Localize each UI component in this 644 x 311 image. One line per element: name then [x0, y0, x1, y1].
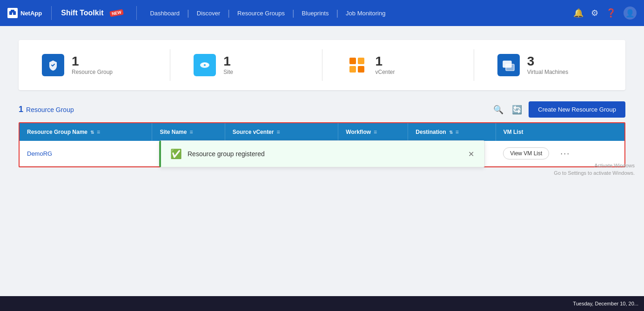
help-icon[interactable]: ❓: [606, 8, 616, 18]
filter-icon-dest: ≡: [456, 129, 459, 135]
svg-rect-2: [11, 10, 14, 13]
vcenter-label: vCenter: [376, 69, 395, 75]
nav-actions: 🔔 ⚙ ❓ 👤: [573, 7, 637, 20]
notification-bar: ✅ Resource group registered ✕: [159, 140, 485, 167]
summary-card: 1 Resource Group 1 Site: [19, 40, 625, 90]
search-button[interactable]: 🔍: [491, 103, 505, 117]
sort-icon-dest: ⇅: [449, 130, 453, 135]
table-header-row: Resource Group Name ⇅ ≡ Site Name ≡: [20, 123, 624, 141]
resource-group-icon-bg: [42, 54, 64, 76]
section-label: Resource Group: [26, 106, 74, 113]
view-vm-list-button[interactable]: View VM List: [503, 147, 549, 159]
th-source-vcenter[interactable]: Source vCenter ≡: [225, 123, 338, 141]
cell-rg-name: DemoRG: [20, 141, 152, 166]
section-title: 1 Resource Group: [19, 105, 74, 114]
filter-icon-workflow: ≡: [374, 129, 377, 135]
th-destination[interactable]: Destination ⇅ ≡: [408, 123, 496, 141]
summary-vcenter: 1 vCenter: [322, 49, 474, 81]
netapp-label: NetApp: [20, 10, 42, 17]
vm-text: 3 Virtual Machines: [527, 55, 569, 75]
nav-divider-1: [136, 6, 137, 20]
vcenter-count: 1: [376, 55, 395, 68]
filter-icon-vcenter: ≡: [276, 129, 280, 135]
vcenter-icon-bg: [346, 54, 368, 76]
svg-rect-6: [358, 58, 364, 64]
main-content: 1 Resource Group 1 Site: [0, 26, 644, 181]
navbar: NetApp Shift Toolkit NEW Dashboard | Dis…: [0, 0, 644, 26]
nav-job-monitoring[interactable]: Job Monitoring: [338, 10, 393, 17]
windows-line1: Activate Windows: [554, 162, 635, 169]
vm-icon-bg: [497, 54, 520, 76]
site-label: Site: [223, 69, 233, 75]
summary-resource-group: 1 Resource Group: [19, 49, 170, 81]
th-resource-group-name[interactable]: Resource Group Name ⇅ ≡: [20, 123, 152, 141]
refresh-button[interactable]: 🔄: [510, 103, 524, 117]
avatar-icon: 👤: [625, 9, 635, 18]
summary-site: 1 Site: [170, 49, 322, 81]
resource-group-count: 1: [72, 55, 113, 68]
netapp-logo: NetApp: [7, 8, 42, 18]
resource-group-label: Resource Group: [72, 69, 113, 75]
sort-icon-rg: ⇅: [90, 130, 94, 135]
nav-blueprints[interactable]: Blueprints: [295, 10, 336, 17]
windows-watermark: Activate Windows Go to Settings to activ…: [554, 162, 635, 177]
filter-icon-site: ≡: [189, 129, 193, 135]
bell-icon[interactable]: 🔔: [573, 8, 584, 18]
summary-vms: 3 Virtual Machines: [474, 49, 625, 81]
th-workflow[interactable]: Workflow ≡: [338, 123, 408, 141]
brand-area: NetApp Shift Toolkit NEW: [7, 6, 123, 20]
rg-name-link[interactable]: DemoRG: [27, 150, 52, 157]
windows-line2: Go to Settings to activate Windows.: [554, 170, 635, 177]
filter-icon-rg: ≡: [97, 129, 100, 135]
more-options-button[interactable]: ···: [557, 148, 574, 159]
nav-resource-groups[interactable]: Resource Groups: [230, 10, 292, 17]
nav-dashboard[interactable]: Dashboard: [142, 10, 187, 17]
brand-divider: [51, 6, 52, 20]
th-site-name[interactable]: Site Name ≡: [152, 123, 225, 141]
nav-links: Dashboard | Discover | Resource Groups |…: [142, 8, 573, 18]
svg-rect-8: [358, 66, 364, 73]
site-count: 1: [223, 55, 233, 68]
svg-point-4: [204, 64, 206, 66]
section-header: 1 Resource Group 🔍 🔄 Create New Resource…: [19, 101, 625, 118]
site-text: 1 Site: [223, 55, 233, 75]
new-badge: NEW: [110, 9, 124, 17]
svg-rect-5: [349, 58, 356, 64]
nav-discover[interactable]: Discover: [189, 10, 228, 17]
notification-close-button[interactable]: ✕: [467, 149, 475, 159]
resource-group-text: 1 Resource Group: [72, 55, 113, 75]
vcenter-text: 1 vCenter: [376, 55, 395, 75]
netapp-icon: [7, 8, 18, 18]
taskbar: Tuesday, December 10, 20...: [0, 296, 644, 311]
vm-label: Virtual Machines: [527, 69, 569, 75]
gear-icon[interactable]: ⚙: [591, 8, 598, 18]
site-icon-bg: [194, 54, 216, 76]
section-count: 1: [19, 105, 23, 114]
shift-toolkit-label: Shift Toolkit: [61, 9, 103, 17]
taskbar-time: Tuesday, December 10, 20...: [573, 301, 638, 306]
section-actions: 🔍 🔄 Create New Resource Group: [491, 101, 625, 118]
notification-success-icon: ✅: [170, 148, 182, 159]
notification-message: Resource group registered: [188, 150, 462, 158]
user-avatar[interactable]: 👤: [624, 7, 637, 20]
svg-rect-7: [349, 66, 356, 73]
notification-wrapper: ✅ Resource group registered ✕: [159, 140, 485, 167]
vm-count: 3: [527, 55, 569, 68]
create-resource-group-button[interactable]: Create New Resource Group: [529, 101, 625, 118]
th-vm-list[interactable]: VM List: [496, 123, 624, 141]
